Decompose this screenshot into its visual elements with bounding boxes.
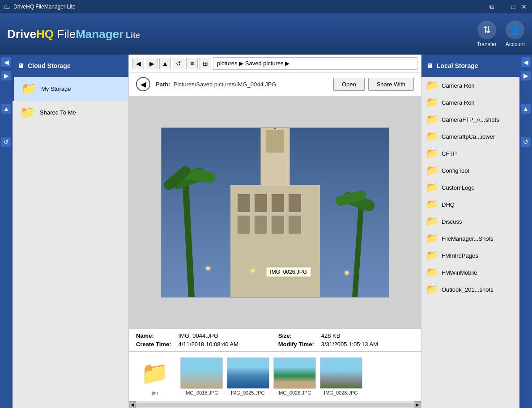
center-content: ◀ ▶ ▲ ↺ ≡ ⊞ pictures ▶ Saved pictures ▶ … <box>129 55 421 408</box>
share-with-button[interactable]: Share With <box>368 78 414 91</box>
minimize-button[interactable]: ─ <box>498 2 507 11</box>
right-folder-item[interactable]: 📁 Discuss <box>421 213 519 230</box>
size-value: 428 KB <box>321 332 414 339</box>
maximize-button[interactable]: □ <box>509 2 518 11</box>
right-nav-forward-button[interactable]: ▶ <box>521 71 531 81</box>
close-button[interactable]: ✕ <box>519 2 528 11</box>
breadcrumb-path-text: pictures ▶ Saved pictures ▶ <box>217 60 289 67</box>
right-folder-list[interactable]: 📁 Camera Roll 📁 Camera Roll 📁 CameraFTP_… <box>421 77 519 408</box>
nav-refresh-button[interactable]: ↺ <box>1 137 11 147</box>
name-label: Name: <box>136 332 171 339</box>
right-nav-back-button[interactable]: ◀ <box>521 57 531 67</box>
folder-icon-11: 📁 <box>426 267 438 278</box>
path-label: Path: Pictures\Saved pictures\IMG_0044.J… <box>156 81 328 88</box>
nav-forward-button[interactable]: ▶ <box>1 71 11 81</box>
app-header: DriveHQ FileManager Lite ⇅ Transfer 👤 Ac… <box>0 13 532 55</box>
folder-icon-9: 📁 <box>426 233 438 244</box>
window1 <box>238 194 250 212</box>
logo-drive: Drive <box>7 27 36 41</box>
right-nav-up-button[interactable]: ▲ <box>521 104 531 114</box>
app-icon: 🗂 <box>4 3 10 10</box>
breadcrumb-path: pictures ▶ Saved pictures ▶ <box>213 57 417 70</box>
right-folder-item[interactable]: 📁 CameraftpCa...iewer <box>421 128 519 145</box>
open-button[interactable]: Open <box>333 78 365 91</box>
thumb-item-img0028[interactable]: IMG_0028.JPG <box>319 357 363 395</box>
right-folder-item[interactable]: 📁 FMWinMobile <box>421 264 519 281</box>
restore-button[interactable]: ⧉ <box>487 2 496 11</box>
right-folder-item[interactable]: 📁 Outlook_201...shots <box>421 281 519 298</box>
breadcrumb-forward-button[interactable]: ▶ <box>146 58 157 69</box>
right-folder-item[interactable]: 📁 CFTP <box>421 145 519 162</box>
app-logo: DriveHQ FileManager Lite <box>7 27 140 41</box>
account-button[interactable]: 👤 Account <box>506 21 525 47</box>
thumb-img-0025 <box>227 357 269 389</box>
right-folder-item[interactable]: 📁 FileManager...Shots <box>421 230 519 247</box>
right-folder-item[interactable]: 📁 CustomLogo <box>421 179 519 196</box>
list-view-button[interactable]: ≡ <box>186 58 198 69</box>
folder-icon-1: 📁 <box>426 97 438 108</box>
tower-body <box>260 128 289 186</box>
right-folder-item[interactable]: 📁 CameraFTP_A...shots <box>421 111 519 128</box>
account-icon-circle: 👤 <box>506 21 524 39</box>
sidebar-item-shared-to-me[interactable]: 📁 Shared To Me <box>13 101 128 124</box>
path-static-label: Path: <box>156 81 172 88</box>
thumb-img-0026 <box>273 357 316 389</box>
right-folder-item[interactable]: 📁 ConfigTool <box>421 162 519 179</box>
logo-lite: Lite <box>123 31 140 40</box>
size-label: Size: <box>278 332 314 339</box>
right-sidebar: 🖥 Local Storage 📁 Camera Roll 📁 Camera R… <box>421 55 519 408</box>
right-folder-item[interactable]: 📁 FMIntroPages <box>421 247 519 264</box>
breadcrumb-up-button[interactable]: ▲ <box>159 58 171 69</box>
lamp2 <box>251 269 255 272</box>
right-folder-item[interactable]: 📁 DHQ <box>421 196 519 213</box>
folder-label-12: Outlook_201...shots <box>442 286 494 293</box>
right-folder-item[interactable]: 📁 Camera Roll <box>421 94 519 111</box>
back-circle-button[interactable]: ◀ <box>136 77 150 91</box>
breadcrumb-refresh-button[interactable]: ↺ <box>173 58 184 69</box>
thumb-item-img0025[interactable]: IMG_0025.JPG <box>226 357 270 395</box>
folder-label-4: CFTP <box>442 150 457 157</box>
cloud-storage-label: Cloud Storage <box>28 62 71 69</box>
thumb-item-folder[interactable]: 📁 jim <box>132 357 177 395</box>
my-storage-label: My Storage <box>41 85 71 92</box>
folder-label-9: FileManager...Shots <box>442 235 494 242</box>
logo-file: File <box>57 27 76 41</box>
thumb-label-0018: IMG_0018.JPG <box>184 390 218 395</box>
account-label: Account <box>506 41 525 47</box>
palm-left-trunk <box>182 180 195 297</box>
scroll-left-button[interactable]: ◀ <box>129 401 136 408</box>
grid-view-button[interactable]: ⊞ <box>200 58 211 69</box>
breadcrumb-back-button[interactable]: ◀ <box>132 58 144 69</box>
nav-up-button[interactable]: ▲ <box>1 104 11 114</box>
title-bar-left: 🗂 DriveHQ FileManager Lite <box>4 3 76 10</box>
folder-label-1: Camera Roll <box>442 99 474 106</box>
folder-icon-6: 📁 <box>426 182 438 193</box>
path-value: Pictures\Saved pictures\IMG_0044.JPG <box>174 81 277 88</box>
right-nav-refresh-button[interactable]: ↺ <box>521 137 531 147</box>
scroll-right-button[interactable]: ▶ <box>414 401 421 408</box>
folder-label-11: FMWinMobile <box>442 269 477 276</box>
thumb-label-jim: jim <box>152 390 158 395</box>
window4 <box>289 194 301 212</box>
transfer-button[interactable]: ⇅ Transfer <box>477 21 496 47</box>
tower-window <box>266 130 284 153</box>
right-folder-item[interactable]: 📁 Camera Roll <box>421 77 519 94</box>
window2 <box>255 194 267 212</box>
window5 <box>238 216 250 234</box>
local-storage-icon: 🖥 <box>427 62 433 69</box>
scroll-track[interactable] <box>136 403 414 407</box>
thumb-img-0018 <box>180 357 223 389</box>
folder-label-7: DHQ <box>442 201 455 208</box>
breadcrumb-bar: ◀ ▶ ▲ ↺ ≡ ⊞ pictures ▶ Saved pictures ▶ <box>129 55 421 72</box>
nav-back-button[interactable]: ◀ <box>1 57 11 67</box>
local-storage-header: 🖥 Local Storage <box>421 55 519 77</box>
bottom-scrollbar: ◀ ▶ <box>129 401 421 408</box>
modify-time-label: Modify Time: <box>278 341 314 348</box>
thumb-item-img0018[interactable]: IMG_0018.JPG <box>179 357 224 395</box>
lamp3 <box>345 271 349 275</box>
sidebar-item-my-storage[interactable]: 📁 My Storage <box>13 77 128 101</box>
thumb-item-img0026[interactable]: IMG_0026.JPG <box>272 357 317 395</box>
folder-icon-8: 📁 <box>426 216 438 227</box>
window7 <box>272 216 284 234</box>
preview-image <box>161 128 389 298</box>
